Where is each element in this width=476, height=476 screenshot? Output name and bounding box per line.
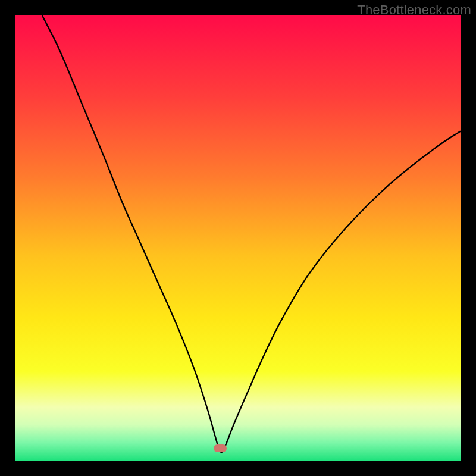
bottleneck-curve xyxy=(15,15,461,461)
optimal-marker xyxy=(214,444,227,452)
chart-frame: TheBottleneck.com xyxy=(0,0,476,476)
curve-path xyxy=(42,15,461,452)
plot-area xyxy=(15,15,461,461)
watermark-text: TheBottleneck.com xyxy=(357,2,471,18)
